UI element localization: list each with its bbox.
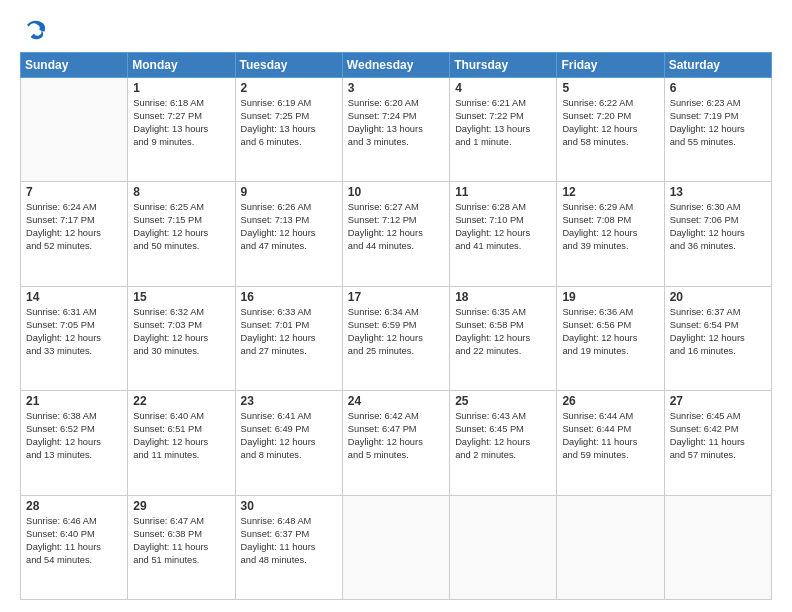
sunrise-line: Sunrise: 6:41 AM — [241, 410, 337, 423]
sunset-line: Sunset: 7:08 PM — [562, 214, 658, 227]
calendar-cell: 20Sunrise: 6:37 AMSunset: 6:54 PMDayligh… — [664, 286, 771, 390]
calendar-cell: 22Sunrise: 6:40 AMSunset: 6:51 PMDayligh… — [128, 391, 235, 495]
daylight-line2: and 25 minutes. — [348, 345, 444, 358]
sunset-line: Sunset: 6:59 PM — [348, 319, 444, 332]
daylight-line2: and 9 minutes. — [133, 136, 229, 149]
daylight-line2: and 48 minutes. — [241, 554, 337, 567]
sunset-line: Sunset: 7:15 PM — [133, 214, 229, 227]
calendar-cell: 18Sunrise: 6:35 AMSunset: 6:58 PMDayligh… — [450, 286, 557, 390]
sunrise-line: Sunrise: 6:19 AM — [241, 97, 337, 110]
day-number: 7 — [26, 185, 122, 199]
calendar-cell: 1Sunrise: 6:18 AMSunset: 7:27 PMDaylight… — [128, 78, 235, 182]
daylight-line1: Daylight: 12 hours — [670, 123, 766, 136]
sunrise-line: Sunrise: 6:25 AM — [133, 201, 229, 214]
calendar-cell: 24Sunrise: 6:42 AMSunset: 6:47 PMDayligh… — [342, 391, 449, 495]
sunrise-line: Sunrise: 6:43 AM — [455, 410, 551, 423]
sunrise-line: Sunrise: 6:46 AM — [26, 515, 122, 528]
day-number: 12 — [562, 185, 658, 199]
day-number: 10 — [348, 185, 444, 199]
daylight-line2: and 2 minutes. — [455, 449, 551, 462]
daylight-line1: Daylight: 12 hours — [562, 332, 658, 345]
day-number: 22 — [133, 394, 229, 408]
daylight-line1: Daylight: 13 hours — [133, 123, 229, 136]
daylight-line2: and 44 minutes. — [348, 240, 444, 253]
calendar-cell: 30Sunrise: 6:48 AMSunset: 6:37 PMDayligh… — [235, 495, 342, 599]
day-number: 9 — [241, 185, 337, 199]
weekday-header-friday: Friday — [557, 53, 664, 78]
daylight-line2: and 16 minutes. — [670, 345, 766, 358]
daylight-line1: Daylight: 12 hours — [670, 332, 766, 345]
day-number: 25 — [455, 394, 551, 408]
calendar-cell: 13Sunrise: 6:30 AMSunset: 7:06 PMDayligh… — [664, 182, 771, 286]
sunset-line: Sunset: 6:40 PM — [26, 528, 122, 541]
day-number: 23 — [241, 394, 337, 408]
day-number: 4 — [455, 81, 551, 95]
daylight-line1: Daylight: 12 hours — [133, 227, 229, 240]
daylight-line2: and 19 minutes. — [562, 345, 658, 358]
sunset-line: Sunset: 6:56 PM — [562, 319, 658, 332]
sunrise-line: Sunrise: 6:34 AM — [348, 306, 444, 319]
sunset-line: Sunset: 7:25 PM — [241, 110, 337, 123]
weekday-header-tuesday: Tuesday — [235, 53, 342, 78]
daylight-line1: Daylight: 12 hours — [348, 436, 444, 449]
sunset-line: Sunset: 7:24 PM — [348, 110, 444, 123]
calendar-cell: 8Sunrise: 6:25 AMSunset: 7:15 PMDaylight… — [128, 182, 235, 286]
daylight-line1: Daylight: 12 hours — [26, 436, 122, 449]
day-number: 14 — [26, 290, 122, 304]
calendar-cell: 3Sunrise: 6:20 AMSunset: 7:24 PMDaylight… — [342, 78, 449, 182]
sunset-line: Sunset: 7:06 PM — [670, 214, 766, 227]
sunset-line: Sunset: 7:17 PM — [26, 214, 122, 227]
day-number: 5 — [562, 81, 658, 95]
calendar-cell: 4Sunrise: 6:21 AMSunset: 7:22 PMDaylight… — [450, 78, 557, 182]
sunrise-line: Sunrise: 6:23 AM — [670, 97, 766, 110]
calendar-cell: 25Sunrise: 6:43 AMSunset: 6:45 PMDayligh… — [450, 391, 557, 495]
calendar-cell: 14Sunrise: 6:31 AMSunset: 7:05 PMDayligh… — [21, 286, 128, 390]
daylight-line1: Daylight: 13 hours — [348, 123, 444, 136]
sunrise-line: Sunrise: 6:48 AM — [241, 515, 337, 528]
sunset-line: Sunset: 6:54 PM — [670, 319, 766, 332]
daylight-line2: and 5 minutes. — [348, 449, 444, 462]
daylight-line2: and 13 minutes. — [26, 449, 122, 462]
sunrise-line: Sunrise: 6:18 AM — [133, 97, 229, 110]
daylight-line2: and 52 minutes. — [26, 240, 122, 253]
sunrise-line: Sunrise: 6:26 AM — [241, 201, 337, 214]
daylight-line2: and 8 minutes. — [241, 449, 337, 462]
sunset-line: Sunset: 7:05 PM — [26, 319, 122, 332]
day-number: 3 — [348, 81, 444, 95]
daylight-line2: and 1 minute. — [455, 136, 551, 149]
calendar-cell: 9Sunrise: 6:26 AMSunset: 7:13 PMDaylight… — [235, 182, 342, 286]
calendar-cell: 16Sunrise: 6:33 AMSunset: 7:01 PMDayligh… — [235, 286, 342, 390]
logo-icon — [20, 16, 48, 44]
calendar-cell: 26Sunrise: 6:44 AMSunset: 6:44 PMDayligh… — [557, 391, 664, 495]
sunrise-line: Sunrise: 6:42 AM — [348, 410, 444, 423]
sunset-line: Sunset: 7:19 PM — [670, 110, 766, 123]
daylight-line2: and 59 minutes. — [562, 449, 658, 462]
sunset-line: Sunset: 6:42 PM — [670, 423, 766, 436]
sunset-line: Sunset: 7:01 PM — [241, 319, 337, 332]
calendar-cell: 21Sunrise: 6:38 AMSunset: 6:52 PMDayligh… — [21, 391, 128, 495]
sunset-line: Sunset: 7:03 PM — [133, 319, 229, 332]
day-number: 18 — [455, 290, 551, 304]
daylight-line2: and 27 minutes. — [241, 345, 337, 358]
daylight-line2: and 41 minutes. — [455, 240, 551, 253]
day-number: 19 — [562, 290, 658, 304]
calendar-cell: 28Sunrise: 6:46 AMSunset: 6:40 PMDayligh… — [21, 495, 128, 599]
sunset-line: Sunset: 7:27 PM — [133, 110, 229, 123]
daylight-line1: Daylight: 13 hours — [455, 123, 551, 136]
calendar-cell — [557, 495, 664, 599]
sunset-line: Sunset: 6:37 PM — [241, 528, 337, 541]
daylight-line2: and 33 minutes. — [26, 345, 122, 358]
calendar-cell: 10Sunrise: 6:27 AMSunset: 7:12 PMDayligh… — [342, 182, 449, 286]
sunset-line: Sunset: 6:47 PM — [348, 423, 444, 436]
daylight-line2: and 51 minutes. — [133, 554, 229, 567]
daylight-line1: Daylight: 12 hours — [26, 332, 122, 345]
sunset-line: Sunset: 6:52 PM — [26, 423, 122, 436]
weekday-header-monday: Monday — [128, 53, 235, 78]
calendar-cell: 17Sunrise: 6:34 AMSunset: 6:59 PMDayligh… — [342, 286, 449, 390]
sunrise-line: Sunrise: 6:36 AM — [562, 306, 658, 319]
daylight-line1: Daylight: 12 hours — [241, 436, 337, 449]
day-number: 6 — [670, 81, 766, 95]
day-number: 28 — [26, 499, 122, 513]
daylight-line1: Daylight: 12 hours — [241, 332, 337, 345]
sunset-line: Sunset: 7:10 PM — [455, 214, 551, 227]
